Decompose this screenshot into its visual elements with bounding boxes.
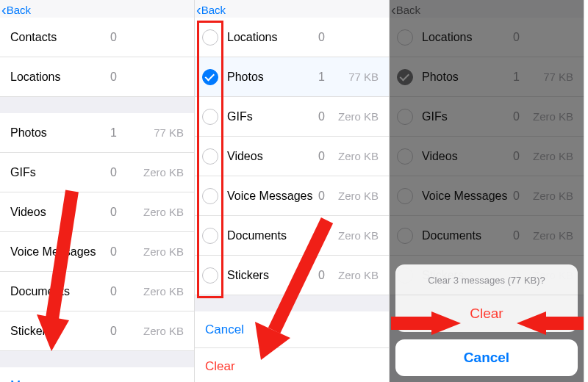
row-locations[interactable]: Locations 0 (195, 18, 389, 57)
manage-row[interactable]: Manage… (0, 367, 194, 382)
row-voice-messages[interactable]: Voice Messages 0 Zero KB (195, 176, 389, 216)
section-gap (195, 295, 389, 311)
row-gifs[interactable]: GIFs 0 Zero KB (195, 97, 389, 137)
row-stickers[interactable]: Stickers 0 Zero KB (0, 311, 194, 351)
row-stickers[interactable]: Stickers 0 Zero KB (195, 256, 389, 295)
cancel-link[interactable]: Cancel (205, 322, 244, 337)
radio-unchecked-icon[interactable] (202, 267, 218, 284)
cancel-row[interactable]: Cancel (195, 311, 389, 348)
chevron-left-icon: ‹ (1, 2, 7, 17)
radio-unchecked-icon[interactable] (202, 109, 218, 125)
section-gap (0, 351, 194, 367)
row-contacts[interactable]: Contacts 0 (0, 18, 194, 57)
chevron-left-icon: ‹ (196, 2, 201, 17)
action-sheet-title: Clear 3 messages (77 KB)? (395, 264, 578, 295)
row-locations[interactable]: Locations 0 (0, 57, 194, 97)
nav-bar: ‹ Back (195, 0, 389, 18)
row-photos[interactable]: Photos 1 77 KB (0, 113, 194, 153)
radio-unchecked-icon[interactable] (202, 188, 218, 204)
pane-clear-confirmation: ‹ Back Locations 0 Photos 1 77 KB GIFs 0… (390, 0, 584, 382)
pane-manage-selection: ‹ Back Locations 0 Photos 1 77 KB GIFs 0… (195, 0, 390, 382)
manage-link[interactable]: Manage… (10, 378, 68, 383)
radio-unchecked-icon[interactable] (202, 148, 218, 165)
section-selectable: Locations 0 Photos 1 77 KB GIFs 0 Zero K… (195, 18, 389, 295)
section-gap (0, 97, 194, 113)
action-sheet-group: Clear 3 messages (77 KB)? Clear (395, 264, 578, 332)
section-media: Photos 1 77 KB GIFs 0 Zero KB Videos 0 Z… (0, 113, 194, 351)
row-voice-messages[interactable]: Voice Messages 0 Zero KB (0, 232, 194, 272)
action-sheet: Clear 3 messages (77 KB)? Clear Cancel (395, 264, 578, 376)
row-documents[interactable]: Documents 0 Zero KB (195, 216, 389, 256)
back-button[interactable]: ‹ Back (1, 2, 31, 17)
radio-unchecked-icon[interactable] (202, 228, 218, 244)
action-sheet-cancel-button[interactable]: Cancel (395, 339, 578, 376)
row-photos[interactable]: Photos 1 77 KB (195, 57, 389, 97)
section-top: Contacts 0 Locations 0 (0, 18, 194, 97)
row-videos[interactable]: Videos 0 Zero KB (0, 192, 194, 232)
back-label: Back (201, 4, 226, 16)
pane-storage-overview: ‹ Back Contacts 0 Locations 0 Photos 1 7… (0, 0, 195, 382)
row-videos[interactable]: Videos 0 Zero KB (195, 137, 389, 176)
back-button[interactable]: ‹ Back (196, 2, 226, 17)
row-gifs[interactable]: GIFs 0 Zero KB (0, 153, 194, 192)
back-label: Back (7, 4, 31, 16)
action-sheet-clear-button[interactable]: Clear (395, 295, 578, 332)
radio-unchecked-icon[interactable] (202, 29, 218, 46)
clear-row[interactable]: Clear (195, 348, 389, 382)
row-documents[interactable]: Documents 0 Zero KB (0, 272, 194, 311)
radio-checked-icon[interactable] (202, 69, 218, 85)
nav-bar: ‹ Back (0, 0, 194, 18)
clear-link[interactable]: Clear (205, 359, 235, 374)
